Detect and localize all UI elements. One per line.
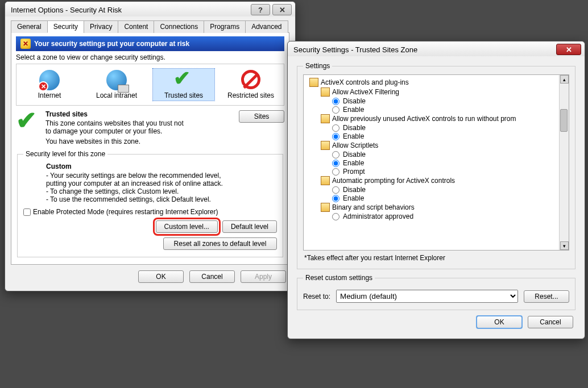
tree-option[interactable]: Administrator approved [332, 212, 565, 220]
tab-programs[interactable]: Programs [204, 20, 246, 33]
vertical-scrollbar[interactable]: ▴ ▾ [559, 75, 569, 250]
io-apply-button[interactable]: Apply [241, 270, 286, 283]
tree-category-label: Allow ActiveX Filtering [332, 88, 399, 96]
scroll-thumb[interactable] [560, 109, 568, 132]
security-warning-bar: ✕ Your security settings put your comput… [16, 36, 284, 51]
tree-category-label: Allow Scriptlets [332, 141, 378, 149]
ss-ok-button[interactable]: OK [477, 316, 522, 328]
security-tab-panel: ✕ Your security settings put your comput… [11, 33, 289, 265]
io-dialog-buttons: OK Cancel Apply [11, 265, 289, 285]
custom-line3: - To use the recommended settings, click… [46, 195, 277, 203]
internet-globe-icon: ✕ [39, 70, 60, 90]
tree-option[interactable]: Enable [332, 194, 565, 202]
tree-option[interactable]: Enable [332, 106, 565, 114]
category-icon [321, 176, 330, 185]
tab-security[interactable]: Security [47, 20, 84, 33]
warning-text: Your security settings put your computer… [34, 40, 189, 48]
custom-level-button[interactable]: Custom level... [156, 220, 218, 233]
tree-category-label: Automatic prompting for ActiveX controls [332, 177, 455, 185]
ss-window-controls: ✕ [556, 44, 581, 55]
option-radio[interactable] [332, 160, 339, 167]
tree-option[interactable]: Prompt [332, 168, 565, 176]
level-buttons: Custom level... Default level [23, 220, 277, 233]
trusted-text: Trusted sites This zone contains website… [45, 110, 217, 145]
option-radio[interactable] [332, 213, 339, 220]
option-radio[interactable] [332, 151, 339, 158]
reset-all-zones-button[interactable]: Reset all zones to default level [163, 237, 277, 250]
option-radio[interactable] [332, 186, 339, 194]
tab-advanced[interactable]: Advanced [245, 20, 288, 33]
close-button[interactable]: ✕ [272, 4, 292, 15]
reset-button[interactable]: Reset... [524, 290, 569, 303]
tree-option[interactable]: Enable [332, 159, 565, 167]
scroll-up-icon[interactable]: ▴ [560, 75, 569, 84]
trusted-large-check-icon [16, 110, 41, 145]
zone-internet[interactable]: ✕ Internet [19, 69, 80, 101]
tree-option[interactable]: Disable [332, 151, 565, 158]
option-radio[interactable] [332, 124, 339, 132]
custom-block: Custom - Your security settings are belo… [46, 162, 277, 203]
scroll-down-icon[interactable]: ▾ [560, 241, 569, 250]
tab-connections[interactable]: Connections [154, 20, 204, 33]
custom-line1: - Your security settings are below the r… [46, 172, 239, 187]
tab-privacy[interactable]: Privacy [84, 20, 118, 33]
trusted-check-icon [173, 70, 194, 90]
tab-general[interactable]: General [11, 20, 48, 33]
select-zone-label: Select a zone to view or change security… [16, 53, 284, 61]
option-radio[interactable] [332, 168, 339, 176]
tree-option[interactable]: Disable [332, 186, 565, 194]
option-label: Enable [343, 194, 364, 202]
custom-heading: Custom [46, 162, 277, 170]
category-icon [321, 203, 330, 212]
tree-category: Allow ActiveX Filtering [321, 87, 565, 97]
option-label: Enable [343, 106, 364, 114]
reset-custom-legend: Reset custom settings [303, 274, 375, 282]
tree-option[interactable]: Disable [332, 124, 565, 132]
ss-body: Settings ▴ ▾ ActiveX controls and plug-i… [288, 56, 585, 339]
zone-restricted-sites[interactable]: Restricted sites [220, 69, 281, 101]
tree-option[interactable]: Enable [332, 132, 565, 140]
protected-mode-label: Enable Protected Mode (requires restarti… [33, 208, 218, 216]
tree-option[interactable]: Disable [332, 97, 565, 105]
option-radio[interactable] [332, 195, 339, 202]
restricted-no-icon [241, 70, 261, 90]
option-radio[interactable] [332, 106, 339, 114]
ss-titlebar: Security Settings - Trusted Sites Zone ✕ [288, 41, 585, 56]
help-button[interactable]: ? [251, 4, 270, 15]
option-radio[interactable] [332, 133, 339, 140]
io-cancel-button[interactable]: Cancel [189, 270, 235, 283]
io-titlebar: Internet Options - Security At Risk ? ✕ [5, 2, 295, 16]
io-title: Internet Options - Security At Risk [11, 6, 122, 14]
zone-trusted-sites-label: Trusted sites [154, 91, 213, 99]
trusted-desc1: This zone contains websites that you tru… [45, 119, 188, 135]
option-radio[interactable] [332, 98, 339, 105]
custom-line2: - To change the settings, click Custom l… [46, 187, 277, 195]
ss-cancel-button[interactable]: Cancel [528, 316, 573, 328]
io-tabs: General Security Privacy Content Connect… [11, 20, 289, 33]
option-label: Disable [343, 124, 366, 132]
protected-mode-row: Enable Protected Mode (requires restarti… [23, 208, 277, 216]
option-label: Administrator approved [343, 212, 413, 220]
reset-row: Reset to: Medium (default) Reset... [303, 290, 569, 303]
option-label: Disable [343, 151, 366, 158]
zone-local-intranet[interactable]: Local intranet [86, 69, 147, 101]
tab-content[interactable]: Content [118, 20, 154, 33]
reset-all-row: Reset all zones to default level [23, 237, 277, 250]
io-window-controls: ? ✕ [251, 4, 292, 15]
sites-button[interactable]: Sites [239, 110, 284, 123]
ss-dialog-buttons: OK Cancel [296, 310, 577, 331]
default-level-button[interactable]: Default level [222, 220, 277, 233]
settings-tree[interactable]: ▴ ▾ ActiveX controls and plug-insAllow A… [303, 74, 569, 251]
trusted-zone-description: Trusted sites This zone contains website… [16, 110, 284, 145]
reset-to-label: Reset to: [303, 293, 330, 301]
tree-category: Binary and script behaviors [321, 203, 565, 212]
tree-category-label: ActiveX controls and plug-ins [321, 78, 409, 86]
reset-to-combo[interactable]: Medium (default) [336, 290, 518, 303]
io-ok-button[interactable]: OK [138, 270, 184, 283]
ss-close-button[interactable]: ✕ [556, 44, 581, 55]
protected-mode-checkbox[interactable] [23, 208, 31, 216]
zone-trusted-sites[interactable]: Trusted sites [153, 69, 214, 101]
option-label: Enable [343, 132, 364, 140]
settings-legend: Settings [303, 62, 332, 70]
category-icon [321, 114, 330, 123]
